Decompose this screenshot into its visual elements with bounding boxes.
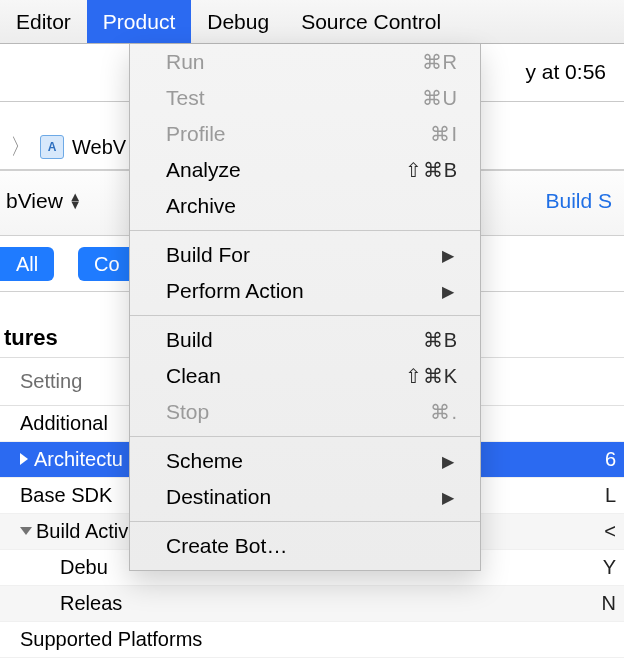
setting-row[interactable]: Supported Platforms — [0, 622, 624, 658]
menu-item-destination[interactable]: Destination▶ — [130, 479, 480, 515]
submenu-chevron-icon: ▶ — [442, 246, 458, 265]
menu-item-build[interactable]: Build⌘B — [130, 322, 480, 358]
setting-value: < — [604, 520, 616, 543]
build-settings-link[interactable]: Build S — [545, 189, 612, 213]
menu-shortcut: ⌘R — [422, 50, 458, 74]
menu-item-label: Build For — [166, 243, 442, 267]
disclosure-triangle-icon — [20, 527, 32, 535]
submenu-chevron-icon: ▶ — [442, 488, 458, 507]
menu-shortcut: ⇧⌘K — [405, 364, 458, 388]
menu-shortcut: ⌘B — [423, 328, 458, 352]
menu-item-clean[interactable]: Clean⇧⌘K — [130, 358, 480, 394]
path-chevron-icon: 〉 — [10, 132, 32, 162]
menu-item-stop: Stop⌘. — [130, 394, 480, 430]
menu-item-label: Scheme — [166, 449, 442, 473]
disclosure-triangle-icon — [20, 453, 28, 465]
setting-label: Releas — [60, 592, 624, 615]
menu-item-label: Profile — [166, 122, 430, 146]
setting-value: N — [602, 592, 616, 615]
project-name[interactable]: WebV — [72, 136, 126, 159]
updown-icon: ▲▼ — [69, 193, 82, 209]
setting-value: 6 — [605, 448, 616, 471]
menu-item-scheme[interactable]: Scheme▶ — [130, 443, 480, 479]
submenu-chevron-icon: ▶ — [442, 282, 458, 301]
menu-separator — [130, 230, 480, 231]
menu-item-label: Create Bot… — [166, 534, 458, 558]
menu-item-label: Test — [166, 86, 422, 110]
menu-item-archive[interactable]: Archive — [130, 188, 480, 224]
filter-combined-button[interactable]: Co — [78, 247, 136, 281]
setting-row[interactable]: ReleasN — [0, 586, 624, 622]
menu-item-label: Archive — [166, 194, 458, 218]
menu-shortcut: ⌘. — [430, 400, 458, 424]
menu-item-label: Clean — [166, 364, 405, 388]
menu-item-label: Build — [166, 328, 423, 352]
status-time: y at 0:56 — [525, 60, 606, 84]
menu-item-label: Perform Action — [166, 279, 442, 303]
target-popup[interactable]: bView ▲▼ — [6, 189, 82, 213]
menu-item-label: Stop — [166, 400, 430, 424]
menu-shortcut: ⌘I — [430, 122, 458, 146]
menu-separator — [130, 315, 480, 316]
menu-item-perform-action[interactable]: Perform Action▶ — [130, 273, 480, 309]
menu-item-create-bot[interactable]: Create Bot… — [130, 528, 480, 564]
filter-all-button[interactable]: All — [0, 247, 54, 281]
menu-item-profile: Profile⌘I — [130, 116, 480, 152]
project-icon — [40, 135, 64, 159]
menu-item-label: Analyze — [166, 158, 405, 182]
menu-shortcut: ⌘U — [422, 86, 458, 110]
product-menu-dropdown: Run⌘RTest⌘UProfile⌘IAnalyze⇧⌘BArchiveBui… — [129, 44, 481, 571]
setting-label: Supported Platforms — [20, 628, 624, 651]
menu-item-test: Test⌘U — [130, 80, 480, 116]
menu-item-run: Run⌘R — [130, 44, 480, 80]
setting-value: L — [605, 484, 616, 507]
menu-item-label: Destination — [166, 485, 442, 509]
submenu-chevron-icon: ▶ — [442, 452, 458, 471]
menu-separator — [130, 521, 480, 522]
menu-item-analyze[interactable]: Analyze⇧⌘B — [130, 152, 480, 188]
menu-shortcut: ⇧⌘B — [405, 158, 458, 182]
menu-separator — [130, 436, 480, 437]
menu-item-label: Run — [166, 50, 422, 74]
setting-value: Y — [603, 556, 616, 579]
menu-item-build-for[interactable]: Build For▶ — [130, 237, 480, 273]
